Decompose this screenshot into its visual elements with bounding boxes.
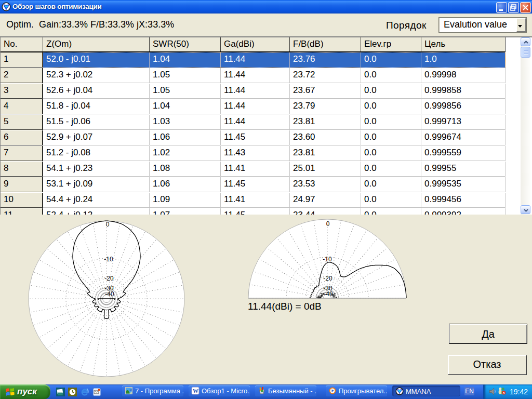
- svg-text:W: W: [193, 388, 198, 394]
